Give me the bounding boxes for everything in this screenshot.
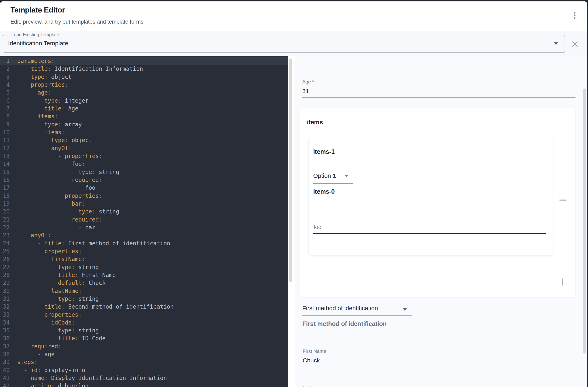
foo-input[interactable] xyxy=(314,224,536,230)
line-number: 3 xyxy=(0,73,10,81)
code-line[interactable]: 32 - title: Second method of identificat… xyxy=(0,303,288,310)
anyof-section-heading: First method of identification xyxy=(302,320,387,328)
code-line[interactable]: 41 name: Display Identification Informat… xyxy=(0,374,288,382)
anyof-method-value: First method of identification xyxy=(302,305,378,311)
code-lines: 1parameters:2 - title: Identification In… xyxy=(0,57,288,387)
code-line[interactable]: 38 - age xyxy=(0,350,288,358)
foo-input-underline xyxy=(313,233,546,234)
line-number: 35 xyxy=(0,327,10,334)
code-line[interactable]: 37 required: xyxy=(0,343,288,350)
clear-template-button[interactable] xyxy=(570,39,580,49)
code-line[interactable]: 17 - foo xyxy=(0,184,288,192)
code-line[interactable]: 12 anyOf: xyxy=(0,144,288,152)
page-scrollbar[interactable] xyxy=(583,89,586,353)
line-number: 26 xyxy=(0,255,10,263)
code-line[interactable]: 26 firstName: xyxy=(0,255,288,263)
line-number: 1 xyxy=(0,57,10,65)
code-line[interactable]: 10 items: xyxy=(0,128,288,136)
code-line[interactable]: 35 type: string xyxy=(0,327,288,334)
line-number: 32 xyxy=(0,303,10,310)
line-number: 40 xyxy=(0,366,10,374)
line-number: 9 xyxy=(0,120,10,128)
chevron-down-icon[interactable] xyxy=(554,42,558,45)
code-line[interactable]: 8 items: xyxy=(0,113,288,120)
page-header: Template Editor Edit, preview, and try o… xyxy=(0,1,587,31)
line-number: 6 xyxy=(0,97,10,105)
chevron-down-icon[interactable] xyxy=(402,308,407,311)
code-line[interactable]: 2 - title: Identification Information xyxy=(0,65,288,73)
load-template-select[interactable] xyxy=(3,35,565,53)
code-line[interactable]: 15 type: string xyxy=(0,168,288,176)
code-line[interactable]: 1parameters: xyxy=(0,57,288,65)
line-number: 23 xyxy=(0,232,10,239)
editor-pane: 1parameters:2 - title: Identification In… xyxy=(0,56,294,387)
line-number: 33 xyxy=(0,311,10,319)
code-line[interactable]: 24 - title: First method of identificati… xyxy=(0,239,288,247)
code-line[interactable]: 13 - properties: xyxy=(0,152,288,160)
first-name-label: First Name xyxy=(303,348,326,354)
code-line[interactable]: 31 type: string xyxy=(0,295,288,303)
age-input[interactable] xyxy=(302,88,565,95)
code-line[interactable]: 20 type: string xyxy=(0,208,288,215)
code-line[interactable]: 36 title: ID Code xyxy=(0,334,288,342)
code-line[interactable]: 4 properties: xyxy=(0,81,288,89)
code-line[interactable]: 39steps: xyxy=(0,358,288,366)
last-name-label: lastName xyxy=(303,385,323,387)
line-number: 10 xyxy=(0,128,10,136)
anyof-method-select[interactable]: First method of identification xyxy=(302,305,378,312)
code-line[interactable]: 19 bar: xyxy=(0,200,288,208)
code-line[interactable]: 22 - bar xyxy=(0,224,288,232)
items-1-title: items-1 xyxy=(313,148,335,155)
line-number: 4 xyxy=(0,81,10,89)
code-line[interactable]: 7 title: Age xyxy=(0,105,288,113)
items-option-value: Option 1 xyxy=(313,172,336,179)
code-line[interactable]: 25 properties: xyxy=(0,247,288,255)
items-option-underline xyxy=(313,183,353,184)
line-number: 16 xyxy=(0,176,10,184)
line-number: 15 xyxy=(0,168,10,176)
editor-scrollbar[interactable] xyxy=(289,58,292,282)
code-line[interactable]: 23 anyOf: xyxy=(0,232,288,239)
line-number: 41 xyxy=(0,374,10,382)
code-line[interactable]: 27 type: string xyxy=(0,263,288,271)
code-line[interactable]: 34 idCode: xyxy=(0,319,288,327)
line-number: 18 xyxy=(0,192,10,200)
first-name-input[interactable] xyxy=(303,357,553,364)
load-template-label: Load Existing Template xyxy=(9,32,61,37)
code-line[interactable]: 6 type: integer xyxy=(0,97,288,105)
code-line[interactable]: 29 default: Chuck xyxy=(0,279,288,287)
line-number: 14 xyxy=(0,160,10,168)
line-number: 36 xyxy=(0,334,10,342)
line-number: 27 xyxy=(0,263,10,271)
code-line[interactable]: 30 lastName: xyxy=(0,287,288,295)
chevron-down-icon[interactable] xyxy=(345,175,348,177)
code-line[interactable]: 5 age: xyxy=(0,89,288,97)
items-option-select[interactable]: Option 1 xyxy=(313,172,336,179)
code-line[interactable]: 14 foo: xyxy=(0,160,288,168)
line-number: 7 xyxy=(0,105,10,113)
line-number: 13 xyxy=(0,152,10,160)
code-line[interactable]: 28 title: First Name xyxy=(0,271,288,279)
kebab-menu-icon[interactable] xyxy=(570,9,579,24)
line-number: 24 xyxy=(0,239,10,247)
anyof-select-underline xyxy=(302,315,412,316)
line-number: 8 xyxy=(0,113,10,120)
code-line[interactable]: 11 type: object xyxy=(0,136,288,144)
code-line[interactable]: 9 type: array xyxy=(0,120,288,128)
first-name-underline xyxy=(302,368,575,368)
code-line[interactable]: 16 required: xyxy=(0,176,288,184)
code-line[interactable]: 18 - properties: xyxy=(0,192,288,200)
code-line[interactable]: 33 properties: xyxy=(0,311,288,319)
add-item-button[interactable] xyxy=(557,276,568,288)
line-number: 17 xyxy=(0,184,10,192)
remove-item-button[interactable] xyxy=(557,194,569,206)
items-card-title: items xyxy=(307,119,323,126)
code-line[interactable]: 40 - id: display-info xyxy=(0,366,288,374)
code-line[interactable]: 3 type: object xyxy=(0,73,288,81)
code-line[interactable]: 21 required: xyxy=(0,216,288,224)
line-number: 42 xyxy=(0,382,10,387)
yaml-code-editor[interactable]: 1parameters:2 - title: Identification In… xyxy=(0,56,288,387)
line-number: 20 xyxy=(0,208,10,215)
line-number: 30 xyxy=(0,287,10,295)
code-line[interactable]: 42 action: debug:log xyxy=(0,382,288,387)
